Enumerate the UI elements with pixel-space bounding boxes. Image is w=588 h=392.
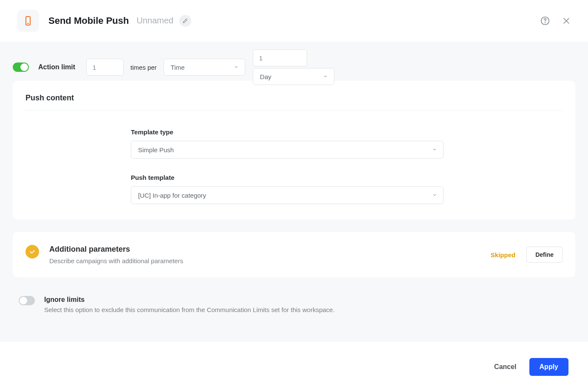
chevron-down-icon (323, 73, 328, 80)
ignore-limits-row: Ignore limits Select this option to excl… (0, 288, 588, 322)
times-per-label: times per (130, 64, 157, 71)
cancel-button[interactable]: Cancel (494, 363, 516, 371)
chevron-down-icon (432, 146, 437, 153)
mobile-push-icon (17, 10, 39, 32)
action-limit-label: Action limit (38, 63, 75, 71)
push-template-value: [UC] In-app for category (138, 192, 206, 199)
page-header: Send Mobile Push Unnamed (0, 0, 588, 42)
action-limit-row: Action limit times per Time Day (0, 42, 588, 81)
action-limit-mode-value: Time (171, 64, 185, 71)
close-icon[interactable] (562, 16, 571, 26)
period-count-input[interactable] (253, 49, 307, 66)
additional-parameters-card: Additional parameters Describe campaigns… (13, 232, 575, 277)
check-icon (25, 245, 39, 258)
footer: Cancel Apply (0, 341, 588, 392)
body: Action limit times per Time Day Push con… (0, 42, 588, 341)
svg-point-3 (545, 23, 546, 23)
ignore-limits-toggle[interactable] (19, 296, 35, 305)
push-content-card: Push content Template type Simple Push P… (13, 81, 575, 219)
period-unit-value: Day (260, 73, 271, 80)
push-content-heading: Push content (25, 94, 563, 111)
ignore-limits-title: Ignore limits (44, 296, 335, 304)
template-type-label: Template type (131, 128, 467, 136)
help-icon[interactable] (540, 16, 550, 26)
chevron-down-icon (432, 192, 437, 199)
action-limit-count-input[interactable] (86, 59, 124, 76)
template-type-select[interactable]: Simple Push (131, 141, 444, 159)
action-limit-mode-select[interactable]: Time (164, 59, 245, 76)
define-button[interactable]: Define (526, 247, 563, 263)
push-template-select[interactable]: [UC] In-app for category (131, 186, 444, 204)
page-subtitle: Unnamed (136, 16, 173, 26)
action-limit-toggle[interactable] (13, 62, 29, 72)
period-unit-select[interactable]: Day (253, 68, 334, 85)
edit-name-button[interactable] (179, 15, 191, 27)
additional-parameters-desc: Describe campaigns with additional param… (49, 257, 491, 264)
push-template-label: Push template (131, 174, 467, 181)
additional-parameters-title: Additional parameters (49, 245, 491, 254)
template-type-value: Simple Push (138, 146, 174, 153)
apply-button[interactable]: Apply (529, 358, 568, 376)
chevron-down-icon (234, 64, 239, 71)
status-badge: Skipped (491, 251, 515, 258)
page-title: Send Mobile Push (48, 15, 129, 26)
ignore-limits-desc: Select this option to exclude this commu… (44, 306, 335, 313)
